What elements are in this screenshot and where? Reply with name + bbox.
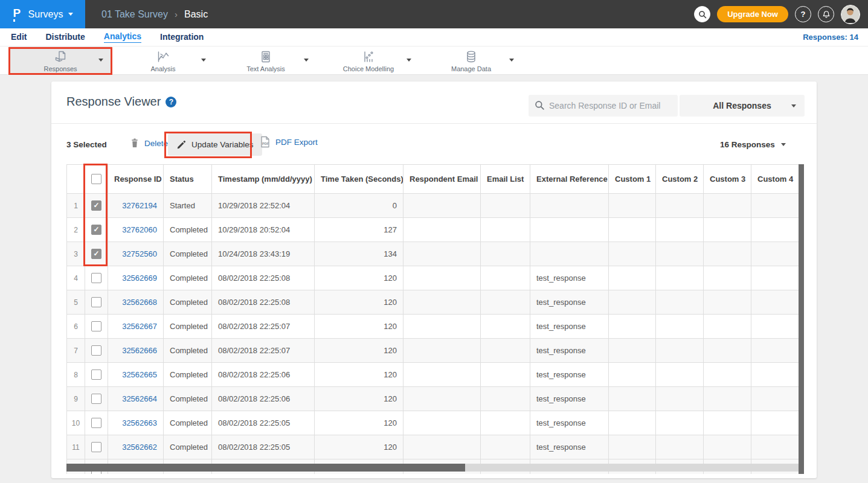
table-row: 5 32562668 Completed 08/02/2018 22:25:08… [67,290,799,315]
product-menu[interactable]: P Surveys [0,0,85,28]
delete-label: Delete [144,139,168,148]
response-id-link[interactable]: 32562667 [122,322,157,331]
cell-status: Completed [164,266,212,290]
response-id-link[interactable]: 32562668 [122,298,157,307]
update-variables-button[interactable]: Update Variables [168,133,262,156]
page-title-text: Response Viewer [66,95,161,109]
response-id-link[interactable]: 32562664 [122,394,157,403]
toolbar-item-manage-data[interactable]: Manage Data [420,46,522,75]
row-checkbox[interactable] [91,225,101,235]
vertical-scrollbar-thumb[interactable] [799,164,804,474]
search-icon[interactable] [694,6,710,22]
tab-integration[interactable]: Integration [160,32,204,43]
search-input[interactable] [529,95,678,117]
cell-custom-2 [656,315,704,339]
toolbar-label: Choice Modelling [343,65,394,72]
title-help-icon[interactable]: ? [166,97,176,107]
cell-custom-1 [609,435,656,459]
response-id-link[interactable]: 32562669 [122,273,157,283]
response-id-link[interactable]: 32562662 [122,443,157,452]
cell-custom-2 [656,290,704,315]
responses-table-wrap: Response ID Status Timestamp (mm/dd/yyyy… [66,164,799,474]
row-checkbox[interactable] [91,200,101,211]
toolbar-label: Text Analysis [246,65,285,72]
row-checkbox[interactable] [91,297,101,307]
notifications-bell-icon[interactable] [818,6,834,22]
row-checkbox[interactable] [91,321,101,331]
toolbar-item-responses[interactable]: Responses [9,46,112,75]
response-id-link[interactable]: 32562665 [122,370,157,379]
user-avatar[interactable] [841,5,860,24]
toolbar-item-text-analysis[interactable]: Text Analysis [214,46,317,75]
col-time-taken[interactable]: Time Taken (Seconds) [315,165,403,194]
row-checkbox[interactable] [91,418,101,428]
tab-analytics[interactable]: Analytics [104,31,141,43]
tab-edit[interactable]: Edit [11,32,27,43]
page-title: Response Viewer ? [66,95,176,109]
cell-custom-4 [751,194,799,218]
select-all-checkbox[interactable] [91,174,101,184]
upgrade-now-button[interactable]: Upgrade Now [717,6,788,22]
col-response-id[interactable]: Response ID [108,165,164,194]
cell-time-taken: 120 [315,435,403,459]
cell-custom-1 [609,411,656,435]
help-icon[interactable]: ? [795,6,811,22]
cell-custom-2 [656,266,704,290]
cell-timestamp: 08/02/2018 22:25:05 [212,435,315,459]
card-header: Response Viewer ? All Responses [51,82,817,124]
col-timestamp[interactable]: Timestamp (mm/dd/yyyy) [212,165,315,194]
table-row: 4 32562669 Completed 08/02/2018 22:25:08… [67,266,799,290]
toolbar-item-choice-modelling[interactable]: Choice Modelling [317,46,420,75]
row-number: 4 [67,266,85,290]
response-id-link[interactable]: 32752560 [122,249,157,258]
product-menu-label: Surveys [28,9,63,20]
cell-custom-3 [704,411,751,435]
response-id-link[interactable]: 32762194 [122,201,157,210]
row-checkbox[interactable] [91,394,101,404]
delete-button[interactable]: Delete [130,138,168,149]
horizontal-scrollbar-track[interactable] [66,464,799,472]
chevron-down-icon[interactable] [407,59,411,62]
cell-time-taken: 0 [315,194,403,218]
toolbar-label: Analysis [151,65,176,72]
pdf-export-button[interactable]: PDF PDF Export [260,136,318,148]
cell-time-taken: 134 [315,242,403,266]
manage-data-icon [464,50,478,64]
chevron-down-icon[interactable] [98,59,103,62]
breadcrumb-survey-link[interactable]: 01 Take Survey [101,9,168,20]
chevron-down-icon[interactable] [509,59,514,62]
col-respondent-email: Respondent Email [403,165,481,194]
cell-time-taken: 120 [315,290,403,315]
cell-timestamp: 10/24/2018 23:43:19 [212,242,315,266]
cell-custom-4 [751,387,799,411]
response-filter-dropdown[interactable]: All Responses [680,95,805,117]
cell-custom-1 [609,387,656,411]
response-id-link[interactable]: 32762060 [122,225,157,234]
table-row: 6 32562667 Completed 08/02/2018 22:25:07… [67,315,799,339]
chevron-down-icon[interactable] [201,59,206,62]
cell-custom-4 [751,411,799,435]
topbar: P Surveys 01 Take Survey › Basic Upgrade… [0,0,868,28]
response-viewer-card: Response Viewer ? All Responses 3 Select… [51,82,817,478]
row-number-header [67,165,85,194]
response-id-link[interactable]: 32562666 [122,346,157,355]
row-checkbox[interactable] [91,369,101,380]
col-custom-2: Custom 2 [656,165,704,194]
cell-custom-2 [656,218,704,242]
responses-count-dropdown[interactable]: 16 Responses [720,140,786,149]
row-checkbox[interactable] [91,249,101,259]
toolbar-item-analysis[interactable]: Analysis [112,46,214,75]
response-id-link[interactable]: 32562663 [122,418,157,427]
chevron-down-icon[interactable] [304,59,309,62]
cell-external-reference: test_response [530,387,609,411]
horizontal-scrollbar-thumb[interactable] [66,464,465,472]
selected-count: 3 Selected [66,140,107,149]
tab-distribute[interactable]: Distribute [45,32,85,43]
cell-respondent-email [403,315,481,339]
row-checkbox[interactable] [91,273,101,283]
row-checkbox[interactable] [91,345,101,356]
row-number: 9 [67,387,85,411]
row-checkbox[interactable] [91,442,101,452]
cell-status: Completed [164,242,212,266]
topbar-actions: Upgrade Now ? [694,5,868,24]
